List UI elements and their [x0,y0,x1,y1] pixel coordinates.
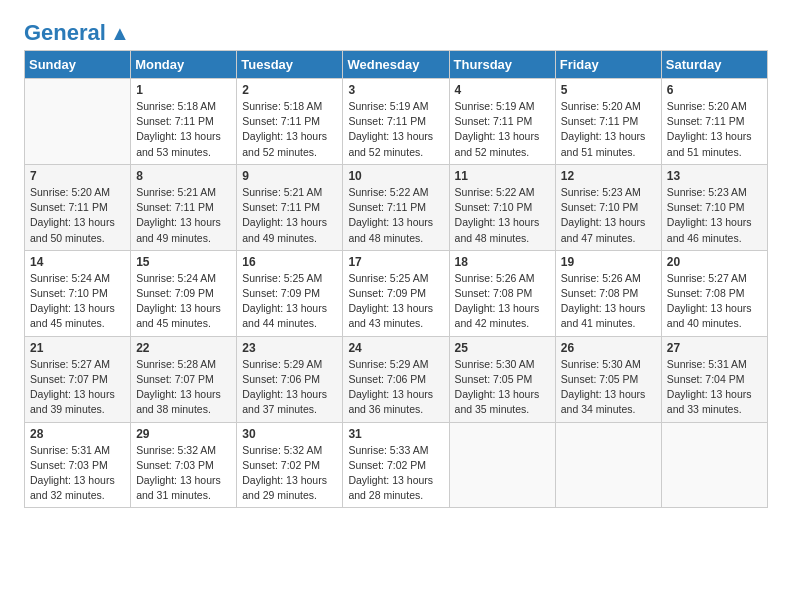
sunrise-text: Sunrise: 5:18 AM [242,100,322,112]
week-row: 1Sunrise: 5:18 AMSunset: 7:11 PMDaylight… [25,79,768,165]
sunset-text: Sunset: 7:05 PM [455,373,533,385]
day-info: Sunrise: 5:18 AMSunset: 7:11 PMDaylight:… [136,99,231,160]
sunset-text: Sunset: 7:03 PM [136,459,214,471]
sunset-text: Sunset: 7:11 PM [561,115,639,127]
day-number: 27 [667,341,762,355]
sunset-text: Sunset: 7:02 PM [242,459,320,471]
day-number: 7 [30,169,125,183]
day-number: 4 [455,83,550,97]
calendar-cell: 19Sunrise: 5:26 AMSunset: 7:08 PMDayligh… [555,250,661,336]
sunrise-text: Sunrise: 5:20 AM [667,100,747,112]
daylight-text: Daylight: 13 hours and 53 minutes. [136,130,221,157]
header-row: SundayMondayTuesdayWednesdayThursdayFrid… [25,51,768,79]
day-info: Sunrise: 5:24 AMSunset: 7:09 PMDaylight:… [136,271,231,332]
day-number: 12 [561,169,656,183]
calendar-cell: 24Sunrise: 5:29 AMSunset: 7:06 PMDayligh… [343,336,449,422]
sunset-text: Sunset: 7:11 PM [348,201,426,213]
sunset-text: Sunset: 7:08 PM [455,287,533,299]
calendar-cell: 20Sunrise: 5:27 AMSunset: 7:08 PMDayligh… [661,250,767,336]
day-number: 18 [455,255,550,269]
day-info: Sunrise: 5:26 AMSunset: 7:08 PMDaylight:… [455,271,550,332]
daylight-text: Daylight: 13 hours and 41 minutes. [561,302,646,329]
day-number: 15 [136,255,231,269]
sunset-text: Sunset: 7:08 PM [561,287,639,299]
daylight-text: Daylight: 13 hours and 28 minutes. [348,474,433,501]
daylight-text: Daylight: 13 hours and 50 minutes. [30,216,115,243]
sunrise-text: Sunrise: 5:22 AM [348,186,428,198]
daylight-text: Daylight: 13 hours and 44 minutes. [242,302,327,329]
calendar-cell: 12Sunrise: 5:23 AMSunset: 7:10 PMDayligh… [555,164,661,250]
day-info: Sunrise: 5:20 AMSunset: 7:11 PMDaylight:… [561,99,656,160]
calendar-cell: 5Sunrise: 5:20 AMSunset: 7:11 PMDaylight… [555,79,661,165]
daylight-text: Daylight: 13 hours and 48 minutes. [455,216,540,243]
day-number: 29 [136,427,231,441]
daylight-text: Daylight: 13 hours and 51 minutes. [667,130,752,157]
daylight-text: Daylight: 13 hours and 38 minutes. [136,388,221,415]
calendar-table: SundayMondayTuesdayWednesdayThursdayFrid… [24,50,768,508]
daylight-text: Daylight: 13 hours and 40 minutes. [667,302,752,329]
day-info: Sunrise: 5:26 AMSunset: 7:08 PMDaylight:… [561,271,656,332]
day-number: 17 [348,255,443,269]
calendar-cell: 22Sunrise: 5:28 AMSunset: 7:07 PMDayligh… [131,336,237,422]
sunrise-text: Sunrise: 5:28 AM [136,358,216,370]
sunrise-text: Sunrise: 5:21 AM [242,186,322,198]
logo-bird-icon: ▲ [110,22,130,45]
day-number: 11 [455,169,550,183]
day-number: 1 [136,83,231,97]
col-header-friday: Friday [555,51,661,79]
calendar-cell: 17Sunrise: 5:25 AMSunset: 7:09 PMDayligh… [343,250,449,336]
sunrise-text: Sunrise: 5:30 AM [561,358,641,370]
day-info: Sunrise: 5:22 AMSunset: 7:11 PMDaylight:… [348,185,443,246]
sunrise-text: Sunrise: 5:20 AM [30,186,110,198]
sunset-text: Sunset: 7:10 PM [561,201,639,213]
calendar-cell: 18Sunrise: 5:26 AMSunset: 7:08 PMDayligh… [449,250,555,336]
day-info: Sunrise: 5:21 AMSunset: 7:11 PMDaylight:… [136,185,231,246]
day-info: Sunrise: 5:29 AMSunset: 7:06 PMDaylight:… [242,357,337,418]
calendar-cell: 10Sunrise: 5:22 AMSunset: 7:11 PMDayligh… [343,164,449,250]
week-row: 28Sunrise: 5:31 AMSunset: 7:03 PMDayligh… [25,422,768,508]
daylight-text: Daylight: 13 hours and 33 minutes. [667,388,752,415]
daylight-text: Daylight: 13 hours and 29 minutes. [242,474,327,501]
day-number: 24 [348,341,443,355]
day-info: Sunrise: 5:22 AMSunset: 7:10 PMDaylight:… [455,185,550,246]
daylight-text: Daylight: 13 hours and 45 minutes. [136,302,221,329]
sunset-text: Sunset: 7:08 PM [667,287,745,299]
day-number: 5 [561,83,656,97]
day-number: 9 [242,169,337,183]
day-info: Sunrise: 5:32 AMSunset: 7:03 PMDaylight:… [136,443,231,504]
day-info: Sunrise: 5:27 AMSunset: 7:07 PMDaylight:… [30,357,125,418]
daylight-text: Daylight: 13 hours and 46 minutes. [667,216,752,243]
calendar-cell: 2Sunrise: 5:18 AMSunset: 7:11 PMDaylight… [237,79,343,165]
calendar-cell: 4Sunrise: 5:19 AMSunset: 7:11 PMDaylight… [449,79,555,165]
calendar-cell: 14Sunrise: 5:24 AMSunset: 7:10 PMDayligh… [25,250,131,336]
day-info: Sunrise: 5:32 AMSunset: 7:02 PMDaylight:… [242,443,337,504]
day-info: Sunrise: 5:24 AMSunset: 7:10 PMDaylight:… [30,271,125,332]
col-header-tuesday: Tuesday [237,51,343,79]
day-number: 2 [242,83,337,97]
day-info: Sunrise: 5:33 AMSunset: 7:02 PMDaylight:… [348,443,443,504]
sunrise-text: Sunrise: 5:24 AM [30,272,110,284]
calendar-cell: 26Sunrise: 5:30 AMSunset: 7:05 PMDayligh… [555,336,661,422]
sunrise-text: Sunrise: 5:19 AM [348,100,428,112]
sunset-text: Sunset: 7:11 PM [136,115,214,127]
sunset-text: Sunset: 7:06 PM [348,373,426,385]
sunrise-text: Sunrise: 5:25 AM [242,272,322,284]
daylight-text: Daylight: 13 hours and 49 minutes. [242,216,327,243]
daylight-text: Daylight: 13 hours and 48 minutes. [348,216,433,243]
sunrise-text: Sunrise: 5:25 AM [348,272,428,284]
sunrise-text: Sunrise: 5:21 AM [136,186,216,198]
sunset-text: Sunset: 7:07 PM [30,373,108,385]
day-info: Sunrise: 5:19 AMSunset: 7:11 PMDaylight:… [348,99,443,160]
day-info: Sunrise: 5:20 AMSunset: 7:11 PMDaylight:… [30,185,125,246]
daylight-text: Daylight: 13 hours and 47 minutes. [561,216,646,243]
sunrise-text: Sunrise: 5:27 AM [667,272,747,284]
calendar-cell [555,422,661,508]
sunset-text: Sunset: 7:11 PM [242,115,320,127]
sunset-text: Sunset: 7:10 PM [30,287,108,299]
daylight-text: Daylight: 13 hours and 37 minutes. [242,388,327,415]
calendar-cell: 23Sunrise: 5:29 AMSunset: 7:06 PMDayligh… [237,336,343,422]
sunrise-text: Sunrise: 5:33 AM [348,444,428,456]
calendar-cell: 1Sunrise: 5:18 AMSunset: 7:11 PMDaylight… [131,79,237,165]
sunset-text: Sunset: 7:11 PM [348,115,426,127]
col-header-wednesday: Wednesday [343,51,449,79]
